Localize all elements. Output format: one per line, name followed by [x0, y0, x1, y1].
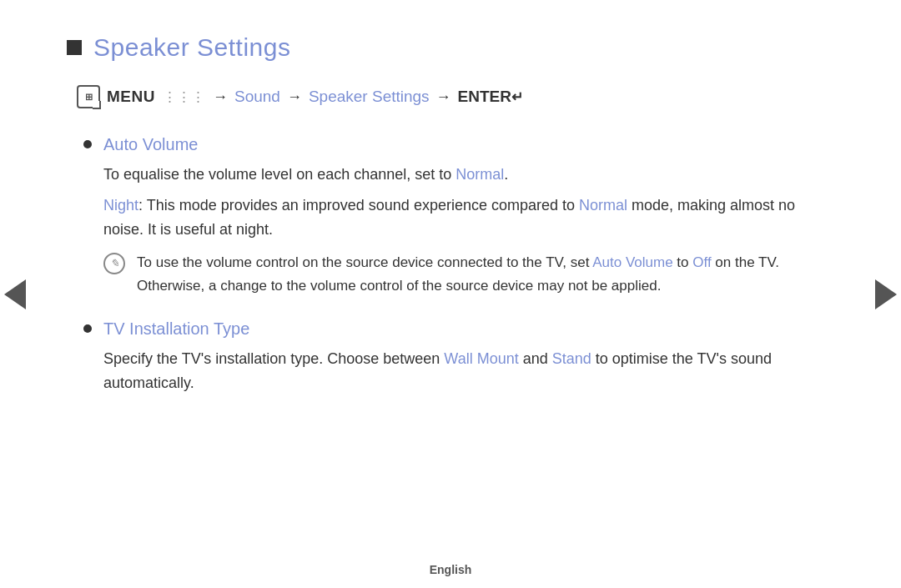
- auto-volume-body2: Night: This mode provides an improved so…: [103, 193, 834, 242]
- title-square-icon: [67, 40, 82, 55]
- nav-arrow-left[interactable]: [0, 269, 30, 319]
- footer: English: [0, 551, 901, 588]
- auto-volume-body1: To equalise the volume level on each cha…: [103, 163, 834, 187]
- note-off-highlight: Off: [692, 254, 711, 270]
- enter-label: ENTER↵: [458, 88, 523, 106]
- menu-speaker-settings: Speaker Settings: [309, 88, 430, 106]
- breadcrumb: ⊞ MENU ⋮⋮⋮ → Sound → Speaker Settings → …: [77, 85, 834, 108]
- tv-installation-type-section: TV Installation Type Specify the TV's in…: [83, 319, 834, 395]
- footer-language: English: [430, 563, 472, 576]
- tv-installation-body1: Specify the TV's installation type. Choo…: [103, 347, 834, 395]
- arrow-sep-2: →: [287, 88, 302, 106]
- normal-highlight: Normal: [579, 197, 627, 214]
- title-row: Speaker Settings: [67, 33, 834, 62]
- auto-volume-bullet-row: Auto Volume: [83, 135, 834, 154]
- note-icon: ✎: [103, 253, 125, 274]
- wall-mount-highlight: Wall Mount: [444, 350, 518, 367]
- page-container: Speaker Settings ⊞ MENU ⋮⋮⋮ → Sound → Sp…: [0, 0, 901, 588]
- content-area: Speaker Settings ⊞ MENU ⋮⋮⋮ → Sound → Sp…: [0, 0, 901, 551]
- tv-installation-bullet-row: TV Installation Type: [83, 319, 834, 339]
- menu-remote-icon: ⊞: [77, 85, 100, 108]
- auto-volume-note-block: ✎ To use the volume control on the sourc…: [103, 251, 834, 298]
- arrow-sep-1: →: [213, 88, 228, 106]
- auto-volume-title: Auto Volume: [103, 135, 198, 154]
- auto-volume-section: Auto Volume To equalise the volume level…: [83, 135, 834, 298]
- arrow-sep-3: →: [436, 88, 451, 106]
- stand-highlight: Stand: [552, 350, 591, 367]
- menu-label: MENU: [107, 88, 155, 106]
- page-title: Speaker Settings: [93, 33, 290, 62]
- menu-sound: Sound: [234, 88, 280, 106]
- night-highlight: Night: [103, 197, 138, 214]
- note-text: To use the volume control on the source …: [137, 251, 834, 298]
- note-auto-volume-highlight: Auto Volume: [592, 254, 672, 270]
- auto-volume-normal-highlight: Normal: [456, 166, 504, 183]
- right-arrow-icon: [875, 279, 897, 309]
- tv-installation-title: TV Installation Type: [103, 319, 249, 339]
- menu-lines-icon: ⋮⋮⋮: [163, 88, 205, 106]
- bullet-dot-tv-installation: [83, 324, 92, 333]
- bullet-dot-auto-volume: [83, 140, 92, 148]
- left-arrow-icon: [4, 279, 26, 309]
- nav-arrow-right[interactable]: [871, 269, 901, 319]
